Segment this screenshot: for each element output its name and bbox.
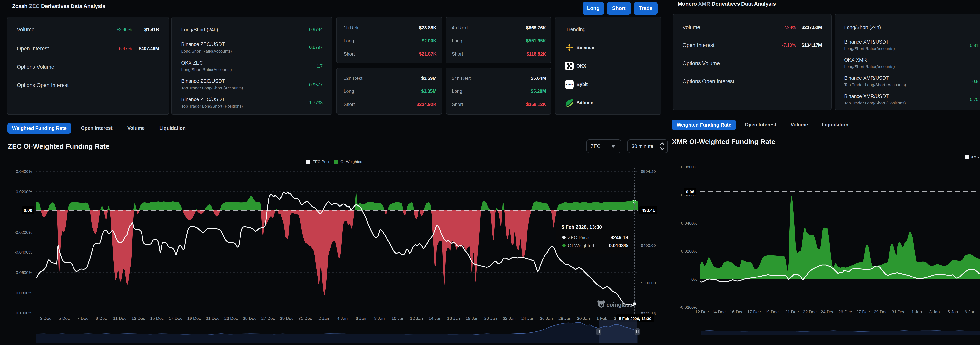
svg-text:16 Jan: 16 Jan — [447, 316, 460, 321]
svg-text:2 Jan: 2 Jan — [318, 316, 329, 321]
svg-text:-0.0200%: -0.0200% — [14, 230, 32, 235]
svg-text:$300.00: $300.00 — [641, 281, 656, 285]
svg-text:493.41: 493.41 — [642, 208, 655, 213]
svg-text:12 Jan: 12 Jan — [410, 316, 423, 321]
svg-text:10 Jan: 10 Jan — [391, 316, 404, 321]
svg-text:28 Jan: 28 Jan — [558, 316, 571, 321]
svg-text:31 Dec: 31 Dec — [892, 310, 905, 315]
svg-text:4 Jan: 4 Jan — [337, 316, 348, 321]
svg-text:0.0400%: 0.0400% — [681, 221, 697, 225]
svg-text:0.06: 0.06 — [686, 189, 694, 194]
svg-text:$400.00: $400.00 — [641, 243, 656, 248]
svg-text:14 Jan: 14 Jan — [429, 316, 442, 321]
svg-text:13 Dec: 13 Dec — [132, 316, 145, 321]
svg-text:20 Jan: 20 Jan — [484, 316, 497, 321]
svg-text:coinglass: coinglass — [606, 302, 633, 308]
svg-text:15 Dec: 15 Dec — [150, 316, 164, 321]
svg-text:14 Dec: 14 Dec — [712, 310, 725, 315]
svg-text:27 Dec: 27 Dec — [856, 310, 870, 315]
svg-text:21 Dec: 21 Dec — [206, 316, 220, 321]
svg-text:29 Dec: 29 Dec — [280, 316, 294, 321]
svg-text:17 Dec: 17 Dec — [169, 316, 182, 321]
svg-text:18 Jan: 18 Jan — [466, 316, 479, 321]
svg-text:7 Dec: 7 Dec — [77, 316, 88, 321]
svg-text:0.0103%: 0.0103% — [609, 243, 628, 248]
svg-text:-0.0400%: -0.0400% — [14, 250, 32, 254]
svg-text:1 Feb: 1 Feb — [597, 316, 608, 321]
svg-text:-0.0200%: -0.0200% — [680, 305, 697, 310]
svg-text:31 Dec: 31 Dec — [299, 316, 312, 321]
svg-text:0.0800%: 0.0800% — [681, 165, 697, 169]
svg-text:$246.18: $246.18 — [611, 235, 628, 240]
svg-text:0.0200%: 0.0200% — [681, 249, 697, 253]
svg-text:OI-Weighted: OI-Weighted — [568, 243, 594, 248]
svg-text:0%: 0% — [692, 277, 697, 281]
svg-text:1 Jan: 1 Jan — [912, 310, 922, 315]
svg-text:11 Dec: 11 Dec — [113, 316, 126, 321]
svg-text:3 Dec: 3 Dec — [40, 316, 51, 321]
svg-text:22 Jan: 22 Jan — [503, 316, 515, 321]
svg-text:3 Jan: 3 Jan — [929, 310, 940, 315]
svg-text:-0.0800%: -0.0800% — [14, 291, 32, 295]
svg-text:17 Dec: 17 Dec — [747, 310, 761, 315]
svg-text:16 Dec: 16 Dec — [730, 310, 743, 315]
svg-text:25 Dec: 25 Dec — [243, 316, 256, 321]
svg-text:3: 3 — [614, 316, 616, 321]
svg-text:22 Dec: 22 Dec — [803, 310, 816, 315]
svg-text:8 Jan: 8 Jan — [374, 316, 385, 321]
svg-text:-0.1000%: -0.1000% — [14, 311, 32, 315]
svg-text:19 Dec: 19 Dec — [187, 316, 201, 321]
svg-text:0.0200%: 0.0200% — [16, 189, 32, 194]
svg-text:23 Dec: 23 Dec — [224, 316, 238, 321]
svg-text:24 Dec: 24 Dec — [821, 310, 834, 315]
svg-text:26 Dec: 26 Dec — [838, 310, 852, 315]
svg-text:0.0400%: 0.0400% — [16, 169, 32, 174]
svg-text:0.00: 0.00 — [24, 208, 32, 213]
svg-text:5 Feb 2026, 13:30: 5 Feb 2026, 13:30 — [562, 224, 602, 230]
svg-text:19 Dec: 19 Dec — [765, 310, 778, 315]
svg-text:$594.20: $594.20 — [641, 169, 656, 174]
svg-text:5 Jan: 5 Jan — [947, 310, 958, 315]
svg-text:9 Dec: 9 Dec — [95, 316, 107, 321]
svg-text:27 Dec: 27 Dec — [261, 316, 275, 321]
svg-text:12 Dec: 12 Dec — [695, 310, 709, 315]
svg-text:29 Dec: 29 Dec — [874, 310, 888, 315]
svg-text:30 Jan: 30 Jan — [577, 316, 590, 321]
svg-text:ZEC Price: ZEC Price — [568, 235, 589, 240]
svg-text:24 Jan: 24 Jan — [521, 316, 534, 321]
svg-text:-0.0600%: -0.0600% — [14, 270, 32, 275]
svg-text:6 Jan: 6 Jan — [356, 316, 366, 321]
svg-text:5 Dec: 5 Dec — [59, 316, 70, 321]
svg-text:21 Dec: 21 Dec — [785, 310, 799, 315]
svg-text:5 Feb 2026, 13:30: 5 Feb 2026, 13:30 — [619, 316, 651, 321]
svg-text:26 Jan: 26 Jan — [540, 316, 553, 321]
svg-text:6 Jan: 6 Jan — [965, 310, 975, 315]
